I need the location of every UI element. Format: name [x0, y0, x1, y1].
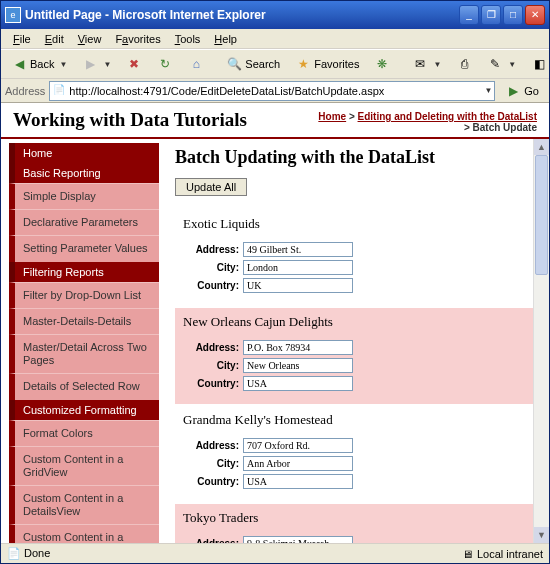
breadcrumb-current: Batch Update [473, 122, 537, 133]
supplier-block: Tokyo Traders Address: [175, 504, 533, 543]
scrollbar[interactable]: ▲ ▼ [533, 139, 549, 543]
address-input[interactable] [66, 85, 482, 97]
menu-view[interactable]: View [72, 31, 108, 47]
search-button[interactable]: 🔍 Search [220, 52, 286, 76]
menu-favorites[interactable]: Favorites [109, 31, 166, 47]
refresh-icon: ↻ [157, 56, 173, 72]
address-bar: Address 📄 ▼ ▶ Go [1, 79, 549, 103]
scroll-thumb[interactable] [535, 155, 548, 275]
nav-item[interactable]: Master-Details-Details [9, 308, 159, 334]
supplier-name: New Orleans Cajun Delights [183, 314, 525, 330]
window-controls: _ ❐ □ ✕ [459, 5, 545, 25]
forward-button[interactable]: ▶ ▼ [76, 52, 117, 76]
forward-icon: ▶ [82, 56, 98, 72]
print-button[interactable]: ⎙ [450, 52, 478, 76]
window-title: Untitled Page - Microsoft Internet Explo… [25, 8, 459, 22]
address-label: Address: [183, 440, 243, 451]
star-icon: ★ [295, 56, 311, 72]
maximize-button[interactable]: □ [503, 5, 523, 25]
country-input[interactable] [243, 376, 353, 391]
update-all-button[interactable]: Update All [175, 178, 247, 196]
nav-item[interactable]: Filter by Drop-Down List [9, 282, 159, 308]
go-button[interactable]: ▶ Go [499, 81, 545, 101]
city-label: City: [183, 458, 243, 469]
sidebar: Home Basic Reporting Simple Display Decl… [1, 139, 159, 543]
nav-item[interactable]: Custom Content in a GridView [9, 446, 159, 485]
edit-button[interactable]: ✎▼ [481, 52, 522, 76]
status-right: 🖥 Local intranet [462, 548, 543, 560]
edit-icon: ✎ [487, 56, 503, 72]
home-button[interactable]: ⌂ [182, 52, 210, 76]
address-label: Address: [183, 538, 243, 543]
close-button[interactable]: ✕ [525, 5, 545, 25]
nav-header-customized[interactable]: Customized Formatting [9, 400, 159, 420]
stop-icon: ✖ [126, 56, 142, 72]
mail-button[interactable]: ✉▼ [406, 52, 447, 76]
scroll-up-icon[interactable]: ▲ [534, 139, 549, 155]
search-icon: 🔍 [226, 56, 242, 72]
page-header: Working with Data Tutorials Home > Editi… [1, 103, 549, 139]
nav-header-filtering[interactable]: Filtering Reports [9, 262, 159, 282]
address-input[interactable] [243, 340, 353, 355]
menu-file[interactable]: File [7, 31, 37, 47]
back-button[interactable]: ◀ Back ▼ [5, 52, 73, 76]
address-label: Address: [183, 342, 243, 353]
supplier-name: Grandma Kelly's Homestead [183, 412, 525, 428]
status-left: 📄 Done [7, 547, 50, 560]
country-label: Country: [183, 476, 243, 487]
statusbar: 📄 Done 🖥 Local intranet [1, 543, 549, 563]
nav-item[interactable]: Master/Detail Across Two Pages [9, 334, 159, 373]
menubar: File Edit View Favorites Tools Help [1, 29, 549, 49]
breadcrumb: Home > Editing and Deleting with the Dat… [317, 109, 537, 133]
country-label: Country: [183, 280, 243, 291]
history-icon: ❋ [374, 56, 390, 72]
home-icon: ⌂ [188, 56, 204, 72]
address-label: Address: [183, 244, 243, 255]
browser-window: e Untitled Page - Microsoft Internet Exp… [0, 0, 550, 564]
city-input[interactable] [243, 260, 353, 275]
supplier-name: Tokyo Traders [183, 510, 525, 526]
favorites-button[interactable]: ★ Favorites [289, 52, 365, 76]
nav-header-basic-reporting[interactable]: Basic Reporting [9, 163, 159, 183]
discuss-button[interactable]: ◧ [525, 52, 550, 76]
city-input[interactable] [243, 456, 353, 471]
country-input[interactable] [243, 474, 353, 489]
address-input[interactable] [243, 438, 353, 453]
toolbar: ◀ Back ▼ ▶ ▼ ✖ ↻ ⌂ 🔍 Search ★ Favorites … [1, 49, 549, 79]
breadcrumb-home[interactable]: Home [318, 111, 346, 122]
refresh-button[interactable]: ↻ [151, 52, 179, 76]
done-icon: 📄 [7, 547, 21, 559]
stop-button[interactable]: ✖ [120, 52, 148, 76]
content-area: Working with Data Tutorials Home > Editi… [1, 103, 549, 543]
address-input[interactable] [243, 242, 353, 257]
nav-item[interactable]: Format Colors [9, 420, 159, 446]
breadcrumb-section[interactable]: Editing and Deleting with the DataList [358, 111, 537, 122]
scroll-down-icon[interactable]: ▼ [534, 527, 549, 543]
menu-edit[interactable]: Edit [39, 31, 70, 47]
supplier-block: Grandma Kelly's Homestead Address: City:… [175, 406, 533, 502]
address-input[interactable] [243, 536, 353, 543]
ie-icon: e [5, 7, 21, 23]
titlebar: e Untitled Page - Microsoft Internet Exp… [1, 1, 549, 29]
nav-item[interactable]: Declarative Parameters [9, 209, 159, 235]
nav-item[interactable]: Simple Display [9, 183, 159, 209]
history-button[interactable]: ❋ [368, 52, 396, 76]
nav-item[interactable]: Custom Content in a DetailsView [9, 485, 159, 524]
supplier-name: Exotic Liquids [183, 216, 525, 232]
nav-item[interactable]: Details of Selected Row [9, 373, 159, 399]
supplier-block: Exotic Liquids Address: City: Country: [175, 210, 533, 306]
nav-header-home[interactable]: Home [9, 143, 159, 163]
city-label: City: [183, 262, 243, 273]
discuss-icon: ◧ [531, 56, 547, 72]
address-label: Address [5, 85, 45, 97]
city-input[interactable] [243, 358, 353, 373]
menu-tools[interactable]: Tools [169, 31, 207, 47]
zone-icon: 🖥 [462, 548, 473, 560]
chevron-down-icon[interactable]: ▼ [484, 86, 492, 95]
nav-item[interactable]: Custom Content in a [9, 524, 159, 543]
country-input[interactable] [243, 278, 353, 293]
menu-help[interactable]: Help [208, 31, 243, 47]
minimize-button[interactable]: _ [459, 5, 479, 25]
nav-item[interactable]: Setting Parameter Values [9, 235, 159, 261]
restore-button[interactable]: ❐ [481, 5, 501, 25]
